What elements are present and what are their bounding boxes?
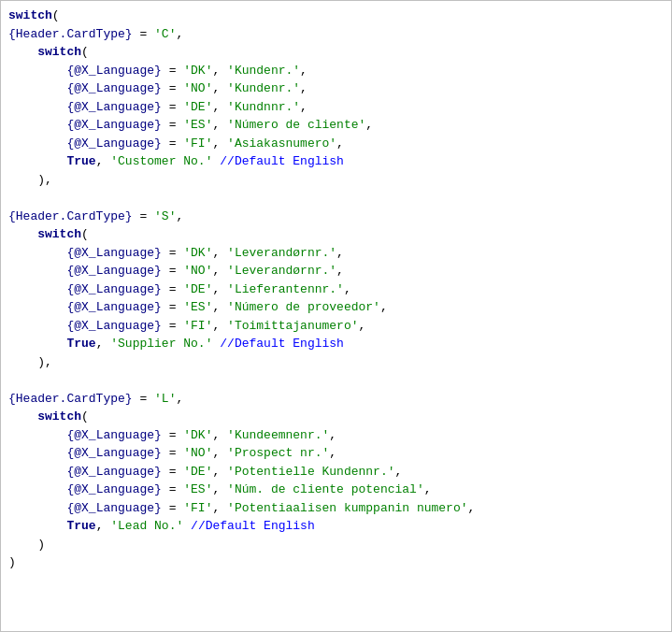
code-line: {@X_Language} = 'DK', 'Kundenr.', bbox=[8, 62, 664, 80]
code-line: {@X_Language} = 'DE', 'Potentielle Kunde… bbox=[8, 463, 664, 481]
comment-token: //Default English bbox=[220, 337, 344, 351]
plain-token: , bbox=[212, 446, 227, 460]
str-token: 'Lead No.' bbox=[110, 519, 183, 533]
plain-token: , bbox=[212, 81, 227, 95]
str-token: 'Número de proveedor' bbox=[227, 300, 380, 314]
plain-token bbox=[8, 282, 66, 296]
plain-token bbox=[8, 319, 66, 333]
plain-token: = bbox=[162, 118, 183, 132]
kw-token: switch bbox=[8, 8, 52, 22]
plain-token bbox=[8, 501, 66, 515]
plain-token: , bbox=[424, 482, 432, 496]
plain-token bbox=[8, 118, 66, 132]
str-token: 'Customer No.' bbox=[110, 154, 212, 168]
kw-token: True bbox=[66, 519, 95, 533]
field-token: {@X_Language} bbox=[66, 118, 161, 132]
plain-token: , bbox=[212, 246, 227, 260]
code-line: {Header.CardType} = 'S', bbox=[8, 208, 664, 226]
str-token: 'DK' bbox=[183, 428, 212, 442]
code-line: switch( bbox=[8, 7, 664, 25]
str-token: 'Asiakasnumero' bbox=[227, 136, 336, 151]
code-line: switch( bbox=[8, 43, 664, 62]
plain-token: , bbox=[336, 264, 344, 278]
plain-token: , bbox=[212, 501, 227, 515]
plain-token: = bbox=[162, 81, 183, 95]
field-token: {@X_Language} bbox=[66, 465, 161, 479]
plain-token: , bbox=[395, 465, 403, 479]
field-token: {@X_Language} bbox=[66, 64, 161, 78]
plain-token: , bbox=[176, 392, 183, 406]
plain-token bbox=[8, 136, 66, 151]
field-token: {@X_Language} bbox=[66, 100, 161, 114]
plain-token bbox=[8, 300, 66, 314]
str-token: 'Kundenr.' bbox=[227, 64, 300, 78]
code-line: ), bbox=[8, 353, 664, 372]
plain-token: , bbox=[300, 100, 307, 114]
plain-token: , bbox=[212, 482, 227, 496]
plain-token: , bbox=[329, 446, 336, 460]
plain-token: , bbox=[365, 118, 373, 132]
plain-token: = bbox=[162, 264, 183, 278]
plain-token: , bbox=[176, 209, 183, 223]
field-token: {@X_Language} bbox=[66, 446, 161, 460]
field-token: {Header.CardType} bbox=[8, 209, 133, 223]
plain-token: , bbox=[468, 501, 476, 515]
code-line: True, 'Customer No.' //Default English bbox=[8, 152, 664, 171]
plain-token: = bbox=[162, 100, 183, 114]
str-token: 'Supplier No.' bbox=[110, 337, 212, 351]
code-line: ) bbox=[8, 536, 664, 554]
str-token: 'FI' bbox=[183, 136, 212, 151]
str-token: 'DK' bbox=[183, 246, 212, 260]
code-line: switch( bbox=[8, 225, 664, 244]
str-token: 'NO' bbox=[183, 81, 212, 95]
plain-token: = bbox=[133, 209, 154, 223]
plain-token: = bbox=[162, 64, 183, 78]
comment-token: //Default English bbox=[191, 519, 315, 533]
str-token: 'S' bbox=[154, 209, 176, 223]
plain-token: ( bbox=[52, 8, 60, 22]
field-token: {@X_Language} bbox=[66, 428, 161, 442]
str-token: 'L' bbox=[154, 392, 176, 406]
code-line: True, 'Supplier No.' //Default English bbox=[8, 335, 664, 353]
kw-token: True bbox=[66, 154, 95, 168]
plain-token: , bbox=[212, 264, 227, 278]
str-token: 'NO' bbox=[183, 264, 212, 278]
plain-token bbox=[8, 81, 66, 95]
field-token: {@X_Language} bbox=[66, 81, 161, 95]
plain-token: = bbox=[133, 392, 154, 406]
code-line: {Header.CardType} = 'L', bbox=[8, 390, 664, 409]
kw-token: switch bbox=[37, 409, 81, 424]
plain-token: , bbox=[212, 118, 227, 132]
plain-token: ( bbox=[81, 45, 89, 59]
plain-token: ) bbox=[8, 555, 16, 569]
plain-token: , bbox=[359, 319, 366, 333]
plain-token: = bbox=[162, 482, 183, 496]
kw-token: switch bbox=[37, 45, 81, 59]
code-line: ), bbox=[8, 171, 664, 190]
str-token: 'C' bbox=[154, 27, 176, 41]
plain-token: ), bbox=[8, 173, 52, 187]
plain-token: , bbox=[96, 154, 111, 168]
field-token: {Header.CardType} bbox=[8, 392, 133, 406]
plain-token: , bbox=[300, 64, 307, 78]
str-token: 'Kundenr.' bbox=[227, 81, 300, 95]
plain-token: , bbox=[212, 282, 227, 296]
plain-token: = bbox=[162, 465, 183, 479]
code-line: True, 'Lead No.' //Default English bbox=[8, 517, 664, 536]
code-line: switch( bbox=[8, 408, 664, 426]
str-token: 'Leverandørnr.' bbox=[227, 264, 336, 278]
plain-token: = bbox=[133, 27, 154, 41]
plain-token: , bbox=[212, 300, 227, 314]
str-token: 'NO' bbox=[183, 446, 212, 460]
plain-token: , bbox=[336, 246, 344, 260]
field-token: {@X_Language} bbox=[66, 246, 161, 260]
str-token: 'ES' bbox=[183, 300, 212, 314]
plain-token bbox=[8, 409, 37, 424]
code-line: {@X_Language} = 'NO', 'Prospect nr.', bbox=[8, 444, 664, 463]
plain-token: , bbox=[176, 27, 183, 41]
plain-token bbox=[183, 519, 191, 533]
plain-token: , bbox=[336, 136, 344, 151]
plain-token: = bbox=[162, 136, 183, 151]
code-line: {@X_Language} = 'ES', 'Núm. de cliente p… bbox=[8, 481, 664, 499]
plain-token bbox=[8, 227, 37, 241]
